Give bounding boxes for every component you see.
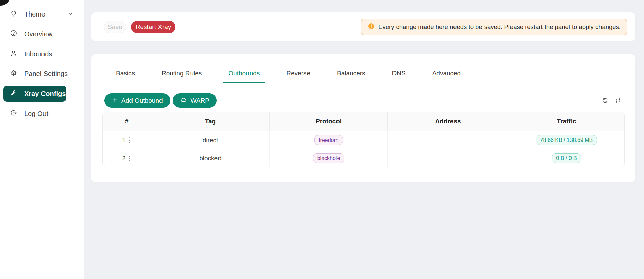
- user-icon: [10, 50, 17, 58]
- sidebar: Theme Overview: [0, 0, 84, 279]
- repeat-icon[interactable]: [614, 96, 622, 105]
- sidebar-item-label: Panel Settings: [24, 70, 68, 78]
- cloud-icon: [180, 96, 187, 105]
- traffic-badge: 78.66 KB / 138.69 MB: [536, 135, 597, 145]
- sidebar-item-xray-configs[interactable]: Xray Configs: [3, 86, 66, 102]
- column-header-protocol: Protocol: [270, 112, 388, 131]
- table-row: 2 blocked blackhole 0 B / 0 B: [103, 149, 624, 167]
- sidebar-item-log-out[interactable]: Log Out: [0, 105, 84, 122]
- row-menu-icon[interactable]: [128, 155, 131, 162]
- sidebar-item-label: Log Out: [24, 110, 48, 118]
- address-cell: [388, 149, 508, 167]
- tab-routing-rules[interactable]: Routing Rules: [156, 70, 207, 83]
- sidebar-item-label: Theme: [24, 10, 45, 18]
- sidebar-item-label: Xray Configs: [24, 90, 66, 98]
- column-header-traffic: Traffic: [508, 112, 624, 131]
- sidebar-item-panel-settings[interactable]: Panel Settings: [0, 66, 84, 82]
- app-window: Theme Overview: [0, 0, 644, 279]
- column-header-address: Address: [388, 112, 508, 131]
- logout-icon: [10, 109, 17, 118]
- add-outbound-button[interactable]: Add Outbound: [104, 93, 170, 108]
- sidebar-item-overview[interactable]: Overview: [0, 26, 84, 42]
- table-header-row: # Tag Protocol Address Traffic: [103, 112, 624, 131]
- dashboard-icon: [10, 30, 17, 38]
- plus-icon: [112, 97, 118, 105]
- unsaved-changes-alert: Every change made here needs to be saved…: [361, 19, 627, 35]
- column-header-index: #: [103, 112, 151, 131]
- config-tabs: Basics Routing Rules Outbounds Reverse B…: [102, 54, 624, 83]
- sidebar-item-theme[interactable]: Theme: [0, 6, 84, 22]
- protocol-badge: blackhole: [313, 153, 345, 163]
- warning-icon: [368, 23, 375, 31]
- protocol-badge: freedom: [314, 135, 343, 145]
- sidebar-item-inbounds[interactable]: Inbounds: [0, 46, 84, 62]
- gear-icon: [10, 69, 17, 78]
- row-index: 1: [122, 136, 126, 144]
- row-index: 2: [122, 155, 126, 162]
- wrench-icon: [10, 89, 17, 98]
- save-button[interactable]: Save: [104, 21, 126, 33]
- tab-dns[interactable]: DNS: [387, 70, 411, 83]
- outbounds-table: # Tag Protocol Address Traffic 1 direct …: [102, 112, 625, 167]
- table-tools: [601, 96, 622, 105]
- warp-button[interactable]: WARP: [173, 93, 217, 108]
- table-row: 1 direct freedom 78.66 KB / 138.69 MB: [103, 131, 624, 149]
- tab-balancers[interactable]: Balancers: [331, 70, 371, 83]
- row-menu-icon[interactable]: [128, 136, 131, 144]
- tag-cell: direct: [151, 131, 270, 149]
- outbound-actions-row: Add Outbound WARP: [102, 93, 624, 108]
- sidebar-item-label: Inbounds: [24, 50, 52, 58]
- tab-advanced[interactable]: Advanced: [427, 70, 466, 83]
- warp-label: WARP: [191, 97, 209, 104]
- tag-cell: blocked: [151, 149, 270, 167]
- alert-text: Every change made here needs to be saved…: [378, 23, 621, 31]
- address-cell: [388, 131, 508, 149]
- refresh-icon[interactable]: [601, 96, 609, 105]
- restart-xray-button[interactable]: Restart Xray: [131, 21, 175, 33]
- tab-outbounds[interactable]: Outbounds: [223, 70, 265, 83]
- add-outbound-label: Add Outbound: [121, 97, 163, 104]
- tab-reverse[interactable]: Reverse: [281, 70, 316, 83]
- traffic-badge: 0 B / 0 B: [552, 153, 581, 163]
- bulb-icon: [10, 10, 17, 19]
- chevron-down-icon: [68, 10, 73, 18]
- save-toolbar-card: Save Restart Xray Every change made here…: [91, 12, 635, 41]
- xray-config-card: Basics Routing Rules Outbounds Reverse B…: [91, 54, 635, 182]
- tab-basics[interactable]: Basics: [111, 70, 140, 83]
- sidebar-item-label: Overview: [24, 30, 52, 38]
- corner-decoration: [0, 0, 10, 6]
- column-header-tag: Tag: [151, 112, 270, 131]
